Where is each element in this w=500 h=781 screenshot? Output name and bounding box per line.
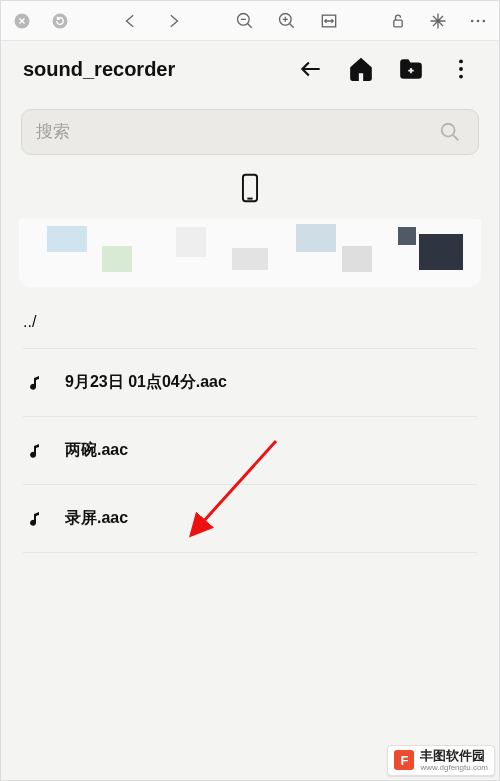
- watermark-subtitle: www.dgfengtu.com: [420, 764, 488, 772]
- home-icon[interactable]: [345, 53, 377, 85]
- app-window: sound_recorder: [0, 0, 500, 781]
- zoom-in-icon[interactable]: [276, 10, 298, 32]
- svg-point-1: [53, 13, 68, 28]
- search-bar[interactable]: [21, 109, 479, 155]
- music-note-icon: [23, 374, 47, 392]
- svg-point-11: [459, 75, 463, 79]
- search-icon[interactable]: [436, 118, 464, 146]
- search-wrapper: [1, 97, 499, 165]
- svg-point-10: [459, 67, 463, 71]
- watermark-title: 丰图软件园: [420, 749, 488, 763]
- close-icon[interactable]: [11, 10, 33, 32]
- file-row[interactable]: 录屏.aac: [23, 485, 477, 553]
- file-row[interactable]: 9月23日 01点04分.aac: [23, 349, 477, 417]
- svg-rect-5: [394, 20, 402, 27]
- system-toolbar: [1, 1, 499, 41]
- app-header: sound_recorder: [1, 41, 499, 97]
- lock-rotate-icon[interactable]: [387, 10, 409, 32]
- device-indicator[interactable]: [1, 165, 499, 213]
- more-horizontal-icon[interactable]: [467, 10, 489, 32]
- file-name: 9月23日 01点04分.aac: [65, 372, 227, 393]
- music-note-icon: [23, 510, 47, 528]
- parent-dir-label: ../: [23, 313, 36, 331]
- forward-icon[interactable]: [164, 10, 186, 32]
- parent-dir-row[interactable]: ../: [23, 295, 477, 349]
- file-list: ../ 9月23日 01点04分.aac 两碗.aac 录屏.aac: [1, 295, 499, 553]
- svg-rect-13: [243, 175, 257, 201]
- svg-point-12: [442, 124, 455, 137]
- svg-point-6: [471, 19, 474, 22]
- watermark-logo: F: [394, 750, 414, 770]
- search-input[interactable]: [36, 122, 436, 142]
- refresh-icon[interactable]: [49, 10, 71, 32]
- file-name: 录屏.aac: [65, 508, 128, 529]
- svg-point-7: [477, 19, 480, 22]
- up-level-icon[interactable]: [295, 53, 327, 85]
- watermark-badge: F 丰图软件园 www.dgfengtu.com: [387, 745, 495, 776]
- music-note-icon: [23, 442, 47, 460]
- svg-point-9: [459, 59, 463, 63]
- back-icon[interactable]: [118, 10, 140, 32]
- zoom-out-icon[interactable]: [234, 10, 256, 32]
- page-title: sound_recorder: [23, 58, 175, 81]
- fit-width-icon[interactable]: [318, 10, 340, 32]
- censored-banner: [19, 219, 481, 287]
- file-row[interactable]: 两碗.aac: [23, 417, 477, 485]
- sparkle-icon[interactable]: [427, 10, 449, 32]
- svg-point-8: [482, 19, 485, 22]
- phone-icon: [239, 173, 261, 207]
- file-name: 两碗.aac: [65, 440, 128, 461]
- new-folder-icon[interactable]: [395, 53, 427, 85]
- more-vertical-icon[interactable]: [445, 53, 477, 85]
